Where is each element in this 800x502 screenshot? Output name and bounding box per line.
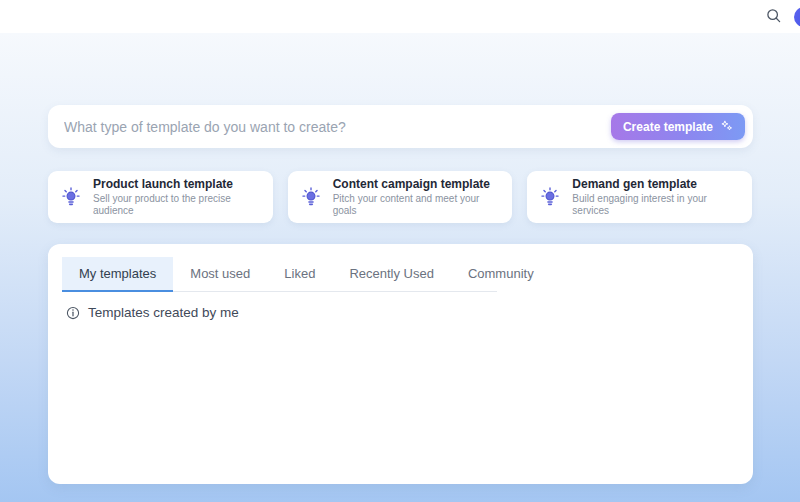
template-prompt-input[interactable] (64, 119, 611, 135)
template-composer: Create template (48, 105, 753, 148)
lightbulb-icon (60, 186, 82, 208)
tab-most-used[interactable]: Most used (173, 257, 267, 292)
topbar (0, 0, 800, 33)
card-product-launch[interactable]: Product launch template Sell your produc… (48, 171, 273, 223)
tab-recently-used[interactable]: Recently Used (332, 257, 451, 292)
card-subtitle: Pitch your content and meet your goals (333, 193, 501, 217)
card-title: Product launch template (93, 177, 261, 191)
card-text: Product launch template Sell your produc… (93, 177, 261, 217)
tab-my-templates[interactable]: My templates (62, 257, 173, 292)
info-icon (66, 306, 80, 320)
empty-state-row: Templates created by me (62, 305, 739, 320)
search-icon (765, 7, 782, 27)
card-text: Demand gen template Build engaging inter… (572, 177, 740, 217)
empty-state-text: Templates created by me (88, 305, 239, 320)
card-title: Content campaign template (333, 177, 501, 191)
workspace: Create template (0, 33, 800, 502)
search-button[interactable] (764, 8, 782, 26)
lightbulb-icon (539, 186, 561, 208)
tab-liked[interactable]: Liked (267, 257, 332, 292)
app-window: Create template (0, 0, 800, 502)
card-subtitle: Sell your product to the precise audienc… (93, 193, 261, 217)
card-title: Demand gen template (572, 177, 740, 191)
card-content-campaign[interactable]: Content campaign template Pitch your con… (288, 171, 513, 223)
tab-community[interactable]: Community (451, 257, 551, 292)
create-template-label: Create template (623, 120, 713, 134)
card-subtitle: Build engaging interest in your services (572, 193, 740, 217)
sparkles-icon (720, 119, 733, 135)
templates-panel: My templates Most used Liked Recently Us… (48, 244, 753, 484)
suggestion-cards: Product launch template Sell your produc… (48, 171, 752, 223)
templates-tabs: My templates Most used Liked Recently Us… (62, 257, 497, 292)
lightbulb-icon (300, 186, 322, 208)
avatar[interactable] (794, 7, 800, 27)
create-template-button[interactable]: Create template (611, 113, 745, 140)
card-demand-gen[interactable]: Demand gen template Build engaging inter… (527, 171, 752, 223)
card-text: Content campaign template Pitch your con… (333, 177, 501, 217)
